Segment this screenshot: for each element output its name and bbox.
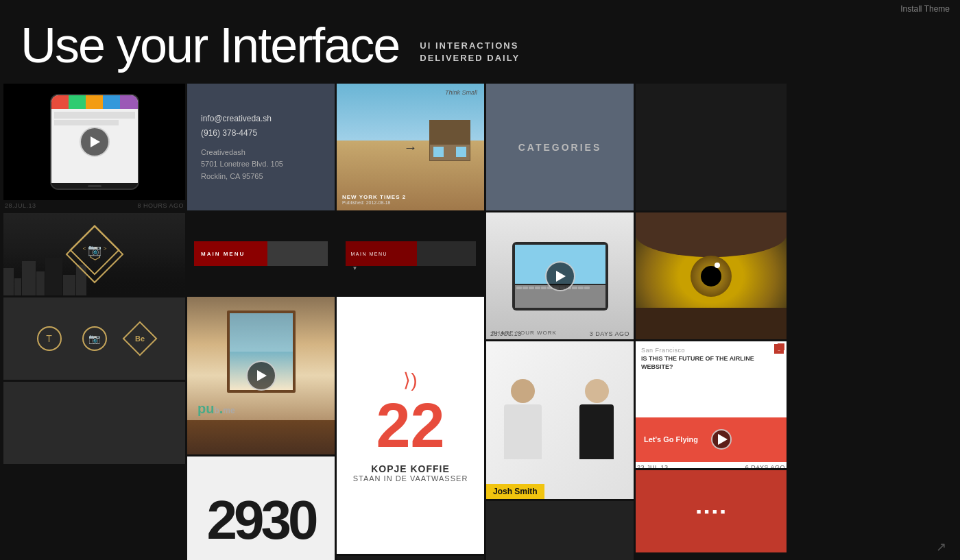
play-button-share[interactable] [545,261,575,291]
column-2: info@creativeda.sh (916) 378-4475 Creati… [187,84,335,560]
behance-icon[interactable]: Be [122,321,157,356]
card-coffee[interactable]: ⟩) 22 KOPJE KOFFIE STAAN IN DE VAATWASSE… [337,297,484,554]
person-2 [569,379,624,461]
main-menu-label-2: MAIN MENU [351,252,388,256]
josh-name-badge: Josh Smith [486,484,544,499]
card-city-photo[interactable]: ⬡ 📷 < > [3,213,185,295]
card-contact: info@creativeda.sh (916) 378-4475 Creati… [187,84,335,210]
main-grid: 28.JUL.13 8 HOURS AGO ⬡ [0,84,960,560]
card-dark-top[interactable] [636,84,787,210]
card-social[interactable]: T 📷 Be ↗ [3,297,185,380]
column-4: CATEGORIES SHARE YOUR WORK [486,84,634,560]
josh-background [486,341,634,499]
contact-email: info@creativeda.sh [201,112,321,127]
card-typography[interactable]: 2930 [187,456,335,560]
typo-number: 2930 [207,496,315,545]
coffee-subtitle: STAAN IN DE VAATWASSER [353,474,468,483]
coffee-number: 22 [376,395,444,456]
airline-button[interactable]: Let's Go Flying [644,435,698,443]
card-phone-video[interactable]: 28.JUL.13 8 HOURS AGO [3,84,185,211]
column-3: Think Small NEW YORK TIMES 2 Published: … [337,84,484,560]
nyt-think-small: Think Small [445,89,477,96]
tagline-line1: UI INTERACTIONS [420,40,520,52]
card-dark-bottom-2[interactable] [486,501,634,560]
twitter-icon[interactable]: T [37,326,62,351]
red-card-label: ■ ■ ■ ■ [697,507,726,515]
contact-phone: (916) 378-4475 [201,126,321,141]
site-title: Use your Interface [21,21,399,70]
red-corner-dot [778,343,784,350]
airline-heading: IS THIS THE FUTURE OF THE AIRLINE WEBSIT… [641,355,781,371]
main-menu-label: MAIN MENU [201,251,245,257]
cursor-icon: ↗ [936,539,950,553]
svg-text:📷: 📷 [88,243,101,256]
airline-red-bar[interactable]: Let's Go Flying [636,417,787,462]
card-menu-dark[interactable]: MAIN MENU ▼ [337,212,484,295]
airline-card-top: San Francisco IS THIS THE FUTURE OF THE … [636,341,787,417]
card1-timestamp: 28.JUL.13 8 HOURS AGO [3,200,185,211]
card-main-menu[interactable]: MAIN MENU [187,212,335,295]
coffee-title: KOPJE KOFFIE [371,463,450,474]
pub-label: pub.me [197,401,235,417]
card-airline[interactable]: San Francisco IS THIS THE FUTURE OF THE … [636,341,787,468]
card-eye[interactable] [636,212,787,339]
card6-timestamp: 25.JUL.13 3 DAYS AGO [486,328,634,339]
airline-city: San Francisco [641,347,781,354]
nyt-arrow: → [404,139,418,155]
nyt-title: NEW YORK TIMES 2 [342,194,406,200]
install-theme-link[interactable]: Install Theme [900,4,950,14]
card-room[interactable]: pub.me 23.JUL.13 6 DAYS AGO [187,297,335,454]
play-button-room[interactable] [246,361,276,391]
column-1: 28.JUL.13 8 HOURS AGO ⬡ [3,84,185,560]
card-red-bottom[interactable]: ■ ■ ■ ■ [636,470,787,552]
svg-text:>: > [103,245,106,252]
header-left: Use your Interface UI INTERACTIONS DELIV… [21,21,520,70]
instagram-icon[interactable]: 📷 [82,326,107,351]
card-nyt[interactable]: Think Small NEW YORK TIMES 2 Published: … [337,84,484,210]
categories-label: CATEGORIES [518,142,602,153]
column-5: San Francisco IS THIS THE FUTURE OF THE … [636,84,787,560]
page-header: Use your Interface UI INTERACTIONS DELIV… [0,0,960,84]
person-1 [496,379,551,461]
eye-visual [636,212,787,339]
nyt-subtitle: Published: 2012-08-18 [342,200,406,205]
tagline: UI INTERACTIONS DELIVERED DAILY [420,40,520,70]
card9-timestamp: 23.JUL.13 6 DAYS AGO [636,462,787,468]
contact-address: Creativedash 5701 Lonetree Blvd. 105 Roc… [201,147,321,183]
svg-text:<: < [82,245,86,252]
card-categories[interactable]: CATEGORIES [486,84,634,210]
card-josh-smith[interactable]: Josh Smith [486,341,634,499]
tagline-line2: DELIVERED DAILY [420,52,520,64]
coffee-logo: ⟩) [403,369,417,391]
play-button-airline[interactable] [711,429,732,450]
card-share-work[interactable]: SHARE YOUR WORK 25.JUL.13 3 DAYS AGO [486,212,634,339]
play-button-1[interactable] [80,127,110,157]
card-tabs[interactable]: ▮ ▮ ▮ [337,556,484,560]
card-bottom-dark[interactable] [3,382,185,464]
